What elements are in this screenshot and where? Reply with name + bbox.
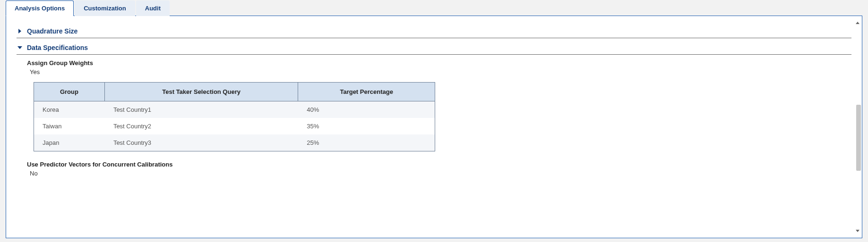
- tab-analysis-options[interactable]: Analysis Options: [6, 0, 74, 16]
- scroll-up-icon[interactable]: [854, 20, 861, 26]
- label-predictor-vectors: Use Predictor Vectors for Concurrent Cal…: [27, 161, 851, 168]
- chevron-right-icon: [17, 28, 23, 34]
- tab-panel-analysis-options: Quadrature Size Data Specifications Assi…: [6, 16, 862, 238]
- label-assign-group-weights: Assign Group Weights: [27, 59, 851, 67]
- cell-group: Japan: [34, 134, 105, 151]
- chevron-down-icon: [17, 44, 23, 51]
- scrollbar-thumb[interactable]: [856, 105, 861, 171]
- value-predictor-vectors: No: [30, 170, 851, 177]
- cell-group: Korea: [34, 101, 105, 118]
- col-header-target: Target Percentage: [298, 83, 435, 101]
- table-row: Korea Test Country1 40%: [34, 101, 435, 118]
- cell-query: Test Country3: [104, 134, 298, 151]
- cell-target: 35%: [298, 118, 435, 134]
- vertical-scrollbar[interactable]: [854, 20, 861, 234]
- tab-audit[interactable]: Audit: [136, 0, 170, 16]
- cell-query: Test Country2: [104, 118, 298, 134]
- section-title-quadrature-size: Quadrature Size: [27, 27, 77, 35]
- table-row: Japan Test Country3 25%: [34, 134, 435, 151]
- cell-target: 25%: [298, 134, 435, 151]
- tab-customization[interactable]: Customization: [75, 0, 135, 16]
- group-weights-table: Group Test Taker Selection Query Target …: [34, 82, 435, 151]
- cell-target: 40%: [298, 101, 435, 118]
- table-row: Taiwan Test Country2 35%: [34, 118, 435, 134]
- cell-query: Test Country1: [104, 101, 298, 118]
- section-toggle-data-specifications[interactable]: Data Specifications: [17, 41, 851, 55]
- value-assign-group-weights: Yes: [30, 68, 851, 75]
- col-header-query: Test Taker Selection Query: [104, 83, 298, 101]
- cell-group: Taiwan: [34, 118, 105, 134]
- col-header-group: Group: [34, 83, 105, 101]
- tab-bar: Analysis Options Customization Audit: [6, 0, 862, 16]
- section-toggle-quadrature-size[interactable]: Quadrature Size: [17, 25, 851, 38]
- scroll-down-icon[interactable]: [854, 227, 861, 234]
- section-title-data-specifications: Data Specifications: [27, 44, 88, 51]
